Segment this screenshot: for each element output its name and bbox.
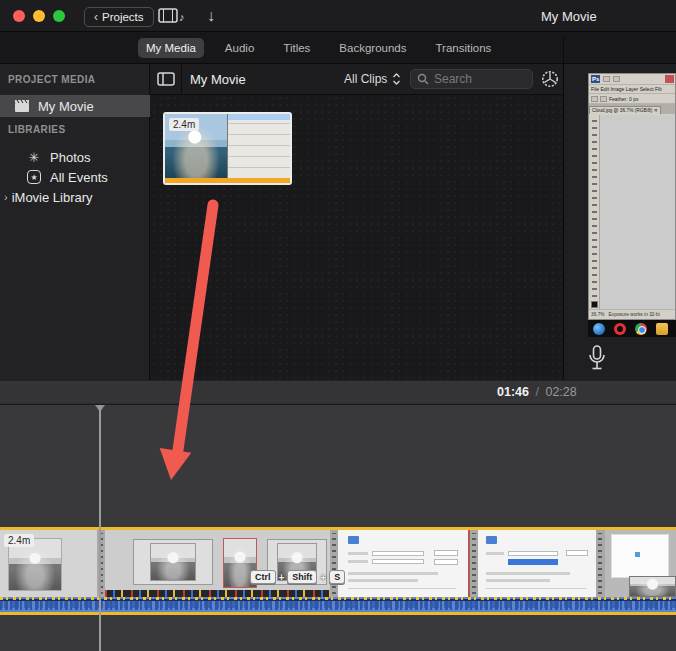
browser-title: My Movie [190, 72, 246, 87]
close-icon [665, 75, 674, 83]
sidebar-item-photos[interactable]: ✳ Photos [0, 146, 150, 168]
photos-rosette-icon: ✳ [26, 149, 42, 165]
clip-thumb-dialog [478, 530, 596, 597]
sidebar-item-my-movie[interactable]: My Movie [0, 95, 150, 117]
clip-range-bar [165, 178, 290, 183]
viewer-frame-photoshop: Ps File Edit Image Layer Select Filt Fea… [588, 73, 676, 320]
foreground-swatch [591, 301, 598, 308]
chrome-icon [635, 323, 647, 335]
libraries-sidebar: PROJECT MEDIA My Movie LIBRARIES ✳ Photo… [0, 64, 150, 380]
tab-titles[interactable]: Titles [275, 38, 318, 58]
clips-filter-value: All Clips [344, 72, 387, 86]
search-icon [417, 73, 429, 85]
imovie-window: ‹ Projects ♪ ↓ My Movie My Media Audio T… [0, 0, 676, 651]
libraries-header: LIBRARIES [8, 124, 66, 135]
total-duration: 02:28 [545, 385, 576, 399]
current-time: 01:46 [497, 385, 529, 399]
media-browser-grid: 2.4m [151, 95, 563, 380]
photoshop-menu-bar: File Edit Image Layer Select Filt [589, 85, 675, 94]
media-browser-icon[interactable]: ♪ [158, 7, 188, 25]
zoom-window-button[interactable] [53, 10, 65, 22]
timecode-display: 01:46 / 02:28 [497, 385, 577, 399]
keycap-shift: Shift [287, 570, 317, 584]
opera-icon [614, 323, 626, 335]
search-input[interactable] [434, 72, 519, 86]
header-divider [181, 64, 182, 95]
viewer-panel: Ps File Edit Image Layer Select Filt Fea… [564, 64, 676, 380]
photoshop-canvas [600, 115, 675, 309]
photoshop-doc-tab: Cloud.jpg @ 36.7% (RGB/8) ✕ [589, 106, 661, 114]
folder-icon [656, 323, 668, 335]
voiceover-mic-icon[interactable] [586, 344, 608, 374]
sidebar-item-label: All Events [50, 170, 108, 185]
photoshop-status-text: Exposure works in 32-bi [609, 312, 660, 317]
tab-transitions[interactable]: Transitions [427, 38, 499, 58]
timeline-area[interactable]: 2.4m Ctrl + Shift + S [0, 405, 676, 651]
sidebar-item-label: My Movie [38, 99, 94, 114]
project-media-header: PROJECT MEDIA [8, 74, 95, 85]
photoshop-toolbox [589, 115, 600, 309]
timeline-clip-duration-badge: 2.4m [4, 534, 34, 547]
updown-chevron-icon [392, 72, 401, 86]
viewer-divider [563, 36, 564, 380]
windows-start-icon [593, 323, 605, 335]
clip-thumb-canvas [605, 530, 676, 597]
disclosure-chevron-icon[interactable]: › [4, 191, 8, 203]
media-browser-header: My Movie All Clips [151, 64, 563, 95]
content-area: PROJECT MEDIA My Movie LIBRARIES ✳ Photo… [0, 64, 676, 380]
window-title: My Movie [541, 9, 597, 24]
close-window-button[interactable] [13, 10, 25, 22]
title-bar: ‹ Projects ♪ ↓ My Movie [0, 0, 676, 32]
photoshop-logo: Ps [591, 75, 600, 83]
search-field[interactable] [410, 69, 533, 89]
minimize-window-button[interactable] [33, 10, 45, 22]
viewer-frame-taskbar [588, 320, 676, 337]
back-chevron-icon: ‹ [94, 10, 98, 24]
keyboard-shortcut-overlay: Ctrl + Shift + S [250, 570, 345, 584]
clip-frame-screenshot [228, 114, 290, 178]
tab-audio[interactable]: Audio [217, 38, 262, 58]
tab-my-media[interactable]: My Media [138, 38, 204, 58]
playhead-line [99, 405, 101, 651]
sidebar-item-label: Photos [50, 150, 90, 165]
sidebar-item-label: iMovie Library [12, 190, 93, 205]
media-browser: My Movie All Clips [151, 64, 563, 380]
sidebar-item-imovie-library[interactable]: › iMovie Library [0, 186, 150, 208]
photoshop-options-text: Feather: 0 px [609, 96, 638, 102]
keycap-ctrl: Ctrl [250, 570, 276, 584]
clip-settings-gear-icon[interactable] [540, 69, 560, 89]
clip-thumb-photoshop [105, 530, 330, 597]
svg-text:♪: ♪ [179, 11, 185, 23]
projects-button-label: Projects [102, 11, 144, 23]
clapperboard-icon [14, 99, 30, 113]
clip-duration-badge: 2.4m [169, 118, 199, 131]
keycap-s: S [329, 570, 345, 584]
all-events-star-icon: ★ [26, 169, 42, 185]
tab-backgrounds[interactable]: Backgrounds [331, 38, 414, 58]
media-clip-thumbnail[interactable]: 2.4m [163, 112, 292, 185]
photoshop-zoom-value: 36.7% [591, 312, 605, 317]
sidebar-item-all-events[interactable]: ★ All Events [0, 166, 150, 188]
sidebar-toggle-icon[interactable] [157, 72, 175, 86]
projects-back-button[interactable]: ‹ Projects [84, 7, 154, 27]
content-tab-bar: My Media Audio Titles Backgrounds Transi… [0, 33, 676, 64]
clips-filter-dropdown[interactable]: All Clips [344, 72, 401, 86]
playhead[interactable] [94, 405, 106, 651]
timeline-toolbar: 01:46 / 02:28 [0, 380, 676, 404]
import-media-icon[interactable]: ↓ [203, 5, 219, 27]
clip-thumb-dialog [338, 530, 468, 597]
